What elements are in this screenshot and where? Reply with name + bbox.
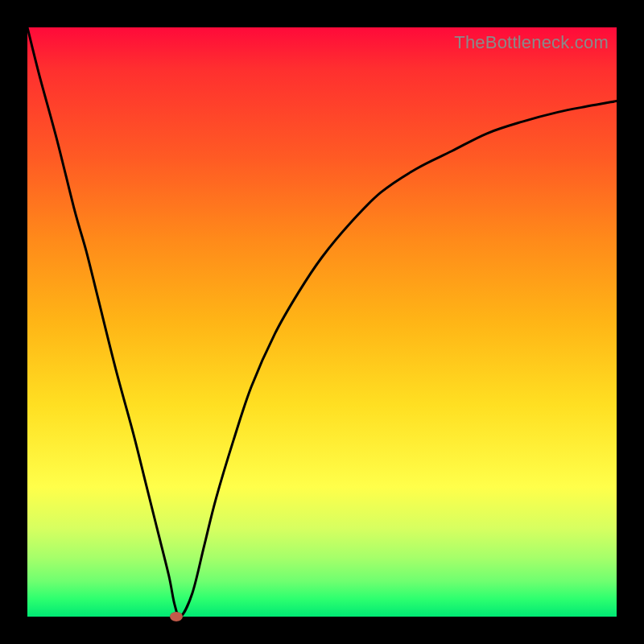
chart-frame: TheBottleneck.com bbox=[0, 0, 644, 644]
plot-area: TheBottleneck.com bbox=[27, 27, 617, 617]
optimal-point-marker bbox=[170, 612, 183, 621]
bottleneck-curve bbox=[27, 27, 617, 617]
